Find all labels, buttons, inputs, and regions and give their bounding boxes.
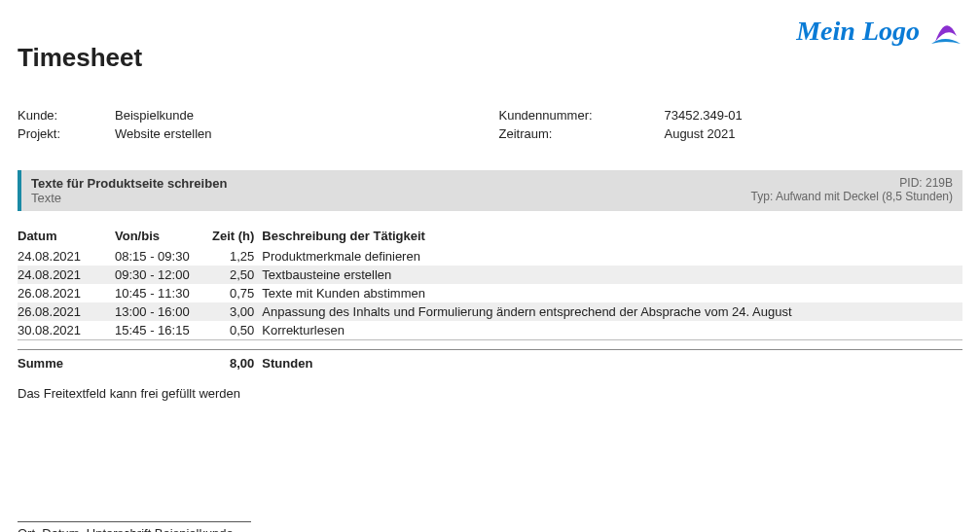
task-pid: PID: 219B	[751, 176, 953, 190]
sum-row: Summe 8,00 Stunden	[18, 350, 962, 372]
cell-besch: Anpassung des Inhalts und Formulierung ä…	[262, 302, 962, 321]
logo-text: Mein Logo	[796, 16, 920, 47]
cell-besch: Produktmerkmale definieren	[262, 247, 962, 266]
cell-datum: 30.08.2021	[18, 321, 115, 340]
kundennummer-value: 73452.349-01	[664, 108, 742, 123]
cell-besch: Textbausteine erstellen	[262, 266, 962, 284]
th-beschreibung: Beschreibung der Tätigkeit	[262, 225, 962, 247]
cell-vonbis: 09:30 - 12:00	[115, 266, 212, 284]
projekt-label: Projekt:	[18, 126, 115, 141]
table-row: 24.08.202109:30 - 12:002,50Textbausteine…	[18, 266, 962, 284]
task-subtitle: Texte	[31, 191, 227, 205]
task-title: Texte für Produktseite schreiben	[31, 176, 227, 191]
cell-datum: 24.08.2021	[18, 266, 115, 284]
zeitraum-value: August 2021	[664, 126, 735, 141]
freetext: Das Freitextfeld kann frei gefüllt werde…	[18, 386, 962, 401]
th-zeit: Zeit (h)	[212, 225, 262, 247]
cell-zeit: 2,50	[212, 266, 262, 284]
cell-datum: 26.08.2021	[18, 284, 115, 302]
kunde-value: Beispielkunde	[115, 108, 194, 123]
sum-value: 8,00	[212, 350, 262, 372]
cell-vonbis: 10:45 - 11:30	[115, 284, 212, 302]
info-block: Kunde: Beispielkunde Projekt: Website er…	[18, 108, 962, 141]
cell-zeit: 1,25	[212, 247, 262, 266]
page-title: Timesheet	[18, 43, 142, 73]
task-box: Texte für Produktseite schreiben Texte P…	[18, 170, 962, 211]
table-row: 24.08.202108:15 - 09:301,25Produktmerkma…	[18, 247, 962, 266]
kunde-label: Kunde:	[18, 108, 115, 123]
th-datum: Datum	[18, 225, 115, 247]
table-header-row: Datum Von/bis Zeit (h) Beschreibung der …	[18, 225, 962, 247]
projekt-value: Website erstellen	[115, 126, 211, 141]
signature-label: Ort, Datum, Unterschrift Beispielkunde	[18, 526, 962, 532]
zeitraum-label: Zeitraum:	[498, 126, 664, 141]
table-row: 26.08.202110:45 - 11:300,75Texte mit Kun…	[18, 284, 962, 302]
sum-unit: Stunden	[262, 350, 962, 372]
th-vonbis: Von/bis	[115, 225, 212, 247]
cell-vonbis: 15:45 - 16:15	[115, 321, 212, 340]
task-typ: Typ: Aufwand mit Deckel (8,5 Stunden)	[751, 190, 953, 203]
cell-vonbis: 13:00 - 16:00	[115, 302, 212, 321]
signature-line	[18, 521, 251, 522]
cell-datum: 26.08.2021	[18, 302, 115, 321]
entries-table: Datum Von/bis Zeit (h) Beschreibung der …	[18, 225, 962, 371]
cell-besch: Texte mit Kunden abstimmen	[262, 284, 962, 302]
cell-zeit: 0,75	[212, 284, 262, 302]
sum-label: Summe	[18, 350, 115, 372]
table-row: 30.08.202115:45 - 16:150,50Korrekturlese…	[18, 321, 962, 340]
cell-zeit: 0,50	[212, 321, 262, 340]
table-row: 26.08.202113:00 - 16:003,00Anpassung des…	[18, 302, 962, 321]
logo: Mein Logo	[796, 16, 962, 47]
cell-vonbis: 08:15 - 09:30	[115, 247, 212, 266]
kundennummer-label: Kundennummer:	[498, 108, 664, 123]
logo-mark-icon	[929, 17, 962, 46]
cell-datum: 24.08.2021	[18, 247, 115, 266]
cell-besch: Korrekturlesen	[262, 321, 962, 340]
cell-zeit: 3,00	[212, 302, 262, 321]
